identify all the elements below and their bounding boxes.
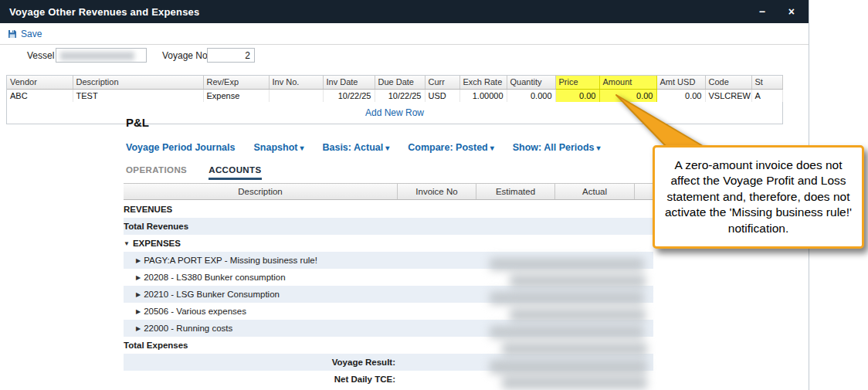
pnl-row-net-daily-tce: Net Daily TCE: xyxy=(124,371,653,388)
col-code[interactable]: Code xyxy=(705,76,751,89)
pnl-menu: Voyage Period Journals Snapshot▾ Basis: … xyxy=(126,142,601,153)
snapshot-dropdown[interactable]: Snapshot▾ xyxy=(253,142,303,153)
cell-exchrate[interactable]: 1.00000 xyxy=(459,89,507,102)
chevron-down-icon: ▾ xyxy=(385,144,389,152)
pnl-row-account[interactable]: ▶20208 - LS380 Bunker consumption xyxy=(124,269,653,286)
pnl-col-actual[interactable]: Actual xyxy=(555,184,635,199)
cell-curr[interactable]: USD xyxy=(425,89,459,102)
pnl-col-estimated[interactable]: Estimated xyxy=(476,184,555,199)
save-label: Save xyxy=(21,29,42,39)
expand-triangle-icon: ▶ xyxy=(136,274,141,281)
redacted-vessel-value xyxy=(60,52,134,60)
pnl-row-account[interactable]: ▶22000 - Running costs xyxy=(124,320,653,337)
col-duedate[interactable]: Due Date xyxy=(375,76,425,89)
voyage-period-journals-link[interactable]: Voyage Period Journals xyxy=(126,142,235,153)
expand-triangle-icon: ▶ xyxy=(136,291,141,298)
pnl-row-revenues[interactable]: REVENUES xyxy=(124,201,653,218)
save-icon xyxy=(8,29,17,39)
vessel-input[interactable] xyxy=(56,48,147,63)
pnl-col-description[interactable]: Description xyxy=(124,184,398,199)
pnl-row-expenses[interactable]: ▼EXPENSES xyxy=(124,235,653,252)
basis-dropdown[interactable]: Basis: Actual▾ xyxy=(322,142,389,153)
expand-triangle-icon: ▶ xyxy=(136,308,141,315)
minimize-button[interactable]: − xyxy=(759,0,765,23)
pnl-col-partial xyxy=(635,184,653,199)
window-title: Voyage Other Revenues and Expenses xyxy=(9,6,199,18)
col-invdate[interactable]: Inv Date xyxy=(323,76,375,89)
col-curr[interactable]: Curr xyxy=(425,76,459,89)
cell-vendor[interactable]: ABC xyxy=(7,89,73,102)
cell-description[interactable]: TEST xyxy=(73,89,203,102)
pnl-row-total-expenses: Total Expenses xyxy=(124,337,653,354)
pnl-tabs: OPERATIONS ACCOUNTS xyxy=(126,165,262,180)
toolbar: Save xyxy=(0,23,809,45)
tab-operations[interactable]: OPERATIONS xyxy=(126,165,187,180)
expand-triangle-icon: ▶ xyxy=(136,257,141,264)
voyage-no-input[interactable] xyxy=(207,48,255,63)
vessel-label: Vessel xyxy=(27,50,54,61)
invoice-row[interactable]: ABC TEST Expense 10/22/25 10/22/25 USD 1… xyxy=(7,89,782,102)
annotation-text: A zero-amount invoice does not affect th… xyxy=(665,158,852,235)
cell-invno[interactable] xyxy=(269,89,323,102)
pnl-row-account[interactable]: ▶20210 - LSG Bunker Consumption xyxy=(124,286,653,303)
collapse-triangle-icon: ▼ xyxy=(124,240,130,247)
tab-accounts[interactable]: ACCOUNTS xyxy=(209,165,261,180)
pnl-title: P&L xyxy=(126,116,149,129)
pnl-table-body: REVENUES Total Revenues ▼EXPENSES ▶PAGY:… xyxy=(124,201,653,388)
chevron-down-icon: ▾ xyxy=(300,144,303,152)
pnl-row-account[interactable]: ▶PAGY:A PORT EXP - Missing business rule… xyxy=(124,252,653,269)
col-invno[interactable]: Inv No. xyxy=(269,76,323,89)
cell-amtusd[interactable]: 0.00 xyxy=(656,89,705,102)
show-periods-dropdown[interactable]: Show: All Periods▾ xyxy=(513,142,601,153)
col-exchrate[interactable]: Exch Rate xyxy=(459,76,507,89)
col-amtusd[interactable]: Amt USD xyxy=(656,76,705,89)
invoice-grid-header: Vendor Description Rev/Exp Inv No. Inv D… xyxy=(7,76,782,89)
expand-triangle-icon: ▶ xyxy=(136,325,141,332)
cell-st[interactable]: A xyxy=(751,89,782,102)
cell-revexp[interactable]: Expense xyxy=(203,89,269,102)
col-st[interactable]: St xyxy=(751,76,782,89)
col-amount-highlighted[interactable]: Amount xyxy=(599,76,656,89)
pnl-table-header: Description Invoice No Estimated Actual xyxy=(124,183,653,200)
invoice-grid: Vendor Description Rev/Exp Inv No. Inv D… xyxy=(6,75,783,124)
pnl-row-account[interactable]: ▶20506 - Various expenses xyxy=(124,303,653,320)
pnl-col-invoice-no[interactable]: Invoice No xyxy=(398,184,476,199)
cell-invdate[interactable]: 10/22/25 xyxy=(323,89,375,102)
col-price-highlighted[interactable]: Price xyxy=(555,76,599,89)
add-new-row-link[interactable]: Add New Row xyxy=(365,107,424,118)
cell-duedate[interactable]: 10/22/25 xyxy=(375,89,425,102)
voyage-no-label: Voyage No. xyxy=(162,50,210,61)
cell-code[interactable]: VSLCREW xyxy=(705,89,751,102)
save-button[interactable]: Save xyxy=(8,29,42,39)
pnl-row-voyage-result: Voyage Result: xyxy=(124,354,653,371)
cell-amount-highlighted[interactable]: 0.00 xyxy=(599,89,656,102)
col-revexp[interactable]: Rev/Exp xyxy=(203,76,269,89)
cell-price-highlighted[interactable]: 0.00 xyxy=(555,89,599,102)
pnl-row-total-revenues: Total Revenues xyxy=(124,218,653,235)
chevron-down-icon: ▾ xyxy=(490,144,494,152)
cell-quantity[interactable]: 0.000 xyxy=(507,89,555,102)
close-button[interactable]: × xyxy=(788,0,795,23)
window-titlebar: Voyage Other Revenues and Expenses − × xyxy=(0,0,809,23)
chevron-down-icon: ▾ xyxy=(597,144,601,152)
col-vendor[interactable]: Vendor xyxy=(7,76,73,89)
compare-dropdown[interactable]: Compare: Posted▾ xyxy=(408,142,494,153)
col-description[interactable]: Description xyxy=(73,76,203,89)
col-quantity[interactable]: Quantity xyxy=(507,76,555,89)
annotation-callout: A zero-amount invoice does not affect th… xyxy=(653,145,864,249)
